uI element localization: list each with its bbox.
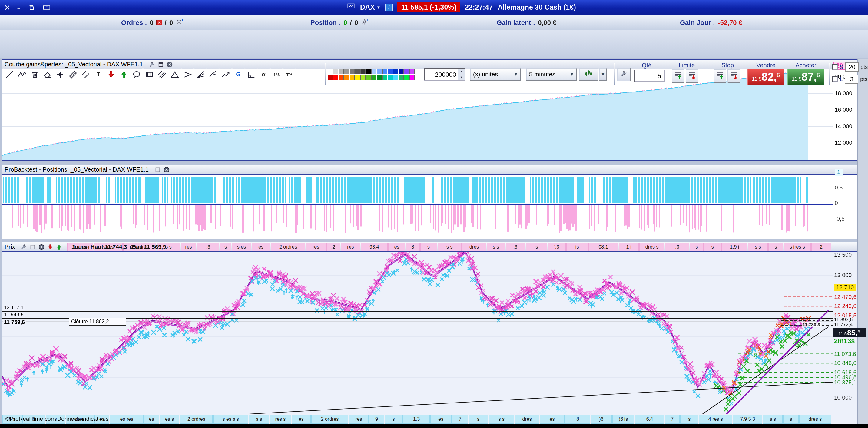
growth-tool[interactable]: G [232,68,245,81]
instrument-selector[interactable]: DAX ▼ [360,3,380,11]
ruler-tool[interactable] [67,68,79,81]
pitchfork-tool[interactable] [207,68,219,81]
tri-up-tool[interactable] [168,68,181,81]
angle-tool[interactable] [245,68,257,81]
step-up-icon[interactable]: ▲ [458,68,465,74]
wedge-tool[interactable] [181,68,194,81]
quantity-stepper[interactable]: 200000 ▲▼ [424,68,465,81]
positions-panel-header[interactable]: ProBacktest - Positions: _05_Vectorial -… [2,165,857,175]
eraser-tool[interactable] [41,68,54,81]
color-swatch[interactable] [333,75,338,80]
trend-tool[interactable] [3,68,16,81]
lasso-tool[interactable] [130,68,143,81]
maximize-window-button[interactable] [27,3,36,12]
tpercent-tool[interactable]: T% [283,68,296,81]
alpha-tool[interactable]: α [257,68,270,81]
color-swatch[interactable] [328,75,333,80]
zigzag-tool[interactable] [16,68,28,81]
color-swatch[interactable] [377,68,382,74]
color-swatch[interactable] [366,68,371,74]
buy-button[interactable]: 11 5 87, 6 [787,68,825,85]
color-swatch[interactable] [349,68,355,74]
wrench-button[interactable] [20,244,28,251]
limit-pts-field[interactable]: 3 [845,75,858,84]
color-swatch[interactable] [409,68,414,74]
channel-tool[interactable] [156,68,168,81]
sell-button[interactable]: 11 5 82, 6 [747,68,784,85]
closec-button[interactable] [38,244,45,251]
color-swatch[interactable] [361,75,366,80]
color-swatch[interactable] [377,75,382,80]
closec-button[interactable] [166,61,173,68]
color-swatch[interactable] [339,68,344,74]
sell-stop-button[interactable] [727,69,740,83]
equity-chart[interactable] [2,69,834,160]
chart-style-dropdown[interactable]: ▼ [599,68,607,81]
minimize-window-button[interactable] [14,3,24,12]
crosshair-tool[interactable] [54,68,67,81]
position-settings-button[interactable]: + [361,19,369,27]
right-scroll-strip[interactable] [858,59,868,424]
color-swatch[interactable] [333,68,338,74]
color-swatch[interactable] [344,68,349,74]
color-swatch[interactable] [404,68,409,74]
buy-stop-button[interactable] [714,69,726,83]
vector-tool[interactable] [219,68,232,81]
closec-button[interactable] [163,166,170,173]
text-tool[interactable]: T [92,68,105,81]
quantity-value[interactable]: 200000 [425,68,458,80]
color-swatch[interactable] [382,75,388,80]
color-swatch[interactable] [344,75,349,80]
color-swatch[interactable] [366,75,371,80]
parallel-tool[interactable] [79,68,92,81]
limit-checkbox[interactable] [832,76,838,82]
color-swatch[interactable] [382,68,388,74]
color-swatch[interactable] [355,75,360,80]
order-qty-field[interactable]: 5 [634,70,665,82]
color-swatch[interactable] [393,75,398,80]
keyboard-icon[interactable] [42,3,52,12]
sell-arrow-button[interactable] [46,244,54,251]
color-swatch[interactable] [361,68,366,74]
units-select[interactable]: (x) unités ▼ [470,68,521,81]
info-icon[interactable]: i [385,4,393,11]
buy-arrow-tool[interactable] [118,68,130,81]
window-button[interactable] [154,166,161,173]
chart-style-button[interactable] [579,68,598,81]
color-swatch[interactable] [404,75,409,80]
color-swatch[interactable] [388,75,393,80]
percent-tool[interactable]: 1% [270,68,283,81]
color-swatch[interactable] [399,68,404,74]
positions-chart[interactable] [2,175,834,239]
color-swatch[interactable] [409,75,414,80]
timeframe-select[interactable]: 5 minutes ▼ [526,68,577,81]
buy-limit-button[interactable] [672,69,684,83]
zone-tool[interactable] [143,68,156,81]
color-swatch[interactable] [371,75,376,80]
close-window-button[interactable] [2,3,12,12]
price-chart[interactable] [2,251,834,415]
color-swatch[interactable] [355,68,360,74]
wrench-button[interactable] [148,61,156,68]
order-settings-button[interactable] [617,68,630,81]
color-swatch[interactable] [339,75,344,80]
sell-arrow-tool[interactable] [105,68,118,81]
sell-limit-button[interactable] [686,69,699,83]
stop-checkbox[interactable] [832,64,838,70]
orders-settings-button[interactable]: + [176,19,184,27]
window-button[interactable] [157,61,164,68]
color-swatch[interactable] [399,75,404,80]
fan-tool[interactable] [194,68,207,81]
color-swatch[interactable] [349,75,355,80]
chart-window-icon[interactable] [347,2,355,13]
stop-pts-field[interactable]: 20 [845,62,859,72]
color-swatch[interactable] [388,68,393,74]
trash-tool[interactable] [28,68,41,81]
buy-arrow-button[interactable] [55,244,63,251]
color-swatch[interactable] [328,68,333,74]
color-swatch[interactable] [393,68,398,74]
window-button[interactable] [29,244,36,251]
step-down-icon[interactable]: ▼ [458,74,465,80]
cancel-orders-icon[interactable]: ✕ [156,20,162,25]
color-swatch[interactable] [371,68,376,74]
